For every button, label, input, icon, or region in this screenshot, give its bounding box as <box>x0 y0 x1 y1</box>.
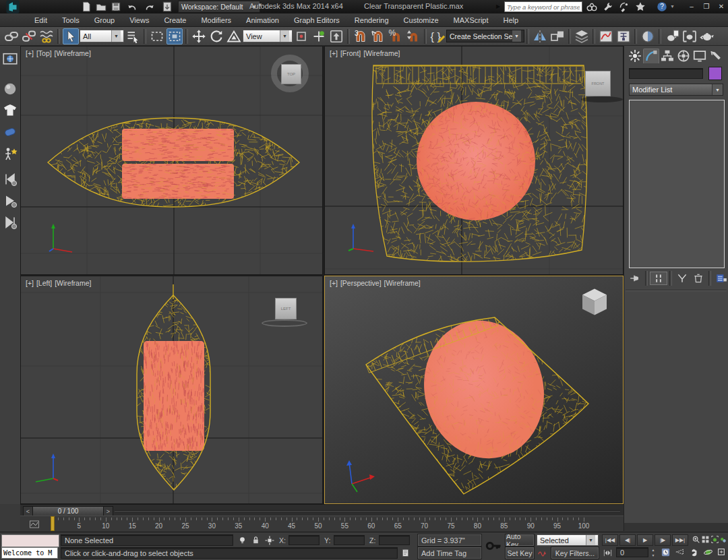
menu-item-maxscript[interactable]: MAXScript <box>446 16 496 24</box>
zoom-extents-all-icon[interactable] <box>719 535 727 544</box>
maxscript-mini-listener-white[interactable]: Welcome to M <box>1 547 58 559</box>
y-coordinate-field[interactable] <box>334 535 365 545</box>
viewport-menu-view[interactable]: [Top] <box>36 49 52 57</box>
viewport-menu-view[interactable]: [Perspective] <box>340 279 382 287</box>
viewport-menu-shading[interactable]: [Wireframe] <box>55 279 91 287</box>
select-object-icon[interactable] <box>63 28 79 44</box>
viewport-menu-plus[interactable]: [+] <box>26 49 34 57</box>
simulate-play-icon[interactable] <box>2 193 18 209</box>
auto-key-button[interactable]: Auto Key <box>506 534 534 546</box>
viewcube-front[interactable]: FRONT <box>585 71 611 96</box>
search-binoculars-icon[interactable] <box>585 1 599 13</box>
angle-snap-toggle-icon[interactable] <box>370 28 386 44</box>
zoom-icon[interactable] <box>692 535 700 544</box>
front-viewport-canvas[interactable] <box>325 46 624 275</box>
layer-manager-icon[interactable] <box>574 28 590 44</box>
open-file-icon[interactable] <box>94 1 108 13</box>
modifier-list-dropdown[interactable]: Modifier List ▼ <box>629 84 723 96</box>
viewport-left[interactable]: [+] [Left] [Wireframe] <box>20 276 323 504</box>
selection-lock-bulb-icon[interactable] <box>237 535 247 545</box>
search-input[interactable] <box>504 1 582 12</box>
app-logo-icon[interactable] <box>4 0 22 14</box>
percent-snap-toggle-icon[interactable]: % <box>388 28 404 44</box>
current-frame-marker[interactable] <box>51 516 55 531</box>
selection-filter-dropdown[interactable]: All ▼ <box>80 30 124 42</box>
help-flyout-icon[interactable]: ▼ <box>670 4 675 9</box>
rendered-frame-window-icon[interactable] <box>681 28 698 44</box>
z-coordinate-field[interactable] <box>379 535 410 545</box>
toolbar-overflow-icon[interactable]: ▶ <box>496 3 500 9</box>
object-color-swatch[interactable] <box>708 67 722 80</box>
object-name-field[interactable] <box>629 68 703 79</box>
tab-display-icon[interactable] <box>692 49 708 63</box>
viewport-front[interactable]: [+] [Front] [Wireframe] <box>324 46 624 275</box>
make-unique-icon[interactable] <box>674 272 690 284</box>
previous-frame-button[interactable]: ◀| <box>619 534 636 546</box>
inner-sphere-perspective[interactable] <box>410 308 559 471</box>
pan-hand-icon[interactable] <box>689 547 699 557</box>
menu-item-edit[interactable]: Edit <box>27 16 55 24</box>
menu-item-customize[interactable]: Customize <box>396 16 446 24</box>
track-bar[interactable]: 0510152025303540455055606570758085909510… <box>20 516 624 533</box>
current-frame-field[interactable] <box>616 547 648 557</box>
tab-hierarchy-icon[interactable] <box>659 49 675 63</box>
menu-item-group[interactable]: Group <box>87 16 123 24</box>
close-button[interactable]: ✕ <box>715 1 728 11</box>
spinner-snap-toggle-icon[interactable] <box>405 28 421 44</box>
menu-item-graph-editors[interactable]: Graph Editors <box>286 16 347 24</box>
time-tag-notepad-icon[interactable] <box>400 548 411 558</box>
viewport-menu-shading[interactable]: [Wireframe] <box>363 49 400 57</box>
help-icon[interactable]: ? <box>655 1 669 13</box>
time-slider-next-arrow[interactable]: > <box>103 506 113 516</box>
use-pivot-point-center-icon[interactable] <box>293 28 309 44</box>
tab-utilities-icon[interactable] <box>708 49 724 63</box>
zoom-all-icon[interactable] <box>701 535 710 544</box>
simulate-to-start-icon[interactable] <box>2 171 18 187</box>
next-frame-button[interactable]: |▶ <box>655 534 671 546</box>
mirror-icon[interactable] <box>532 28 548 44</box>
reference-coordinate-system-dropdown[interactable]: View ▼ <box>243 30 293 42</box>
select-and-link-icon[interactable] <box>3 28 20 44</box>
spinner-down-icon[interactable]: ▼ <box>650 553 657 558</box>
simulate-to-end-icon[interactable] <box>2 214 18 230</box>
key-mode-dropdown[interactable]: Selected ▼ <box>537 534 599 546</box>
align-icon[interactable] <box>549 28 566 44</box>
sphere-primitive-icon[interactable] <box>2 81 18 97</box>
field-of-view-icon[interactable] <box>675 547 685 557</box>
key-mode-toggle-icon[interactable] <box>602 548 613 558</box>
open-mini-curve-editor-icon[interactable] <box>28 519 40 530</box>
curve-editor-icon[interactable] <box>598 28 614 44</box>
menu-item-create[interactable]: Create <box>156 16 193 24</box>
keyboard-shortcut-override-icon[interactable] <box>328 28 344 44</box>
add-time-tag-button[interactable]: Add Time Tag <box>418 547 481 559</box>
viewport-menu-plus[interactable]: [+] <box>330 279 338 287</box>
maximize-viewport-toggle-icon[interactable] <box>717 547 726 557</box>
menu-item-help[interactable]: Help <box>496 16 526 24</box>
set-key-button[interactable]: Set Key <box>506 547 534 559</box>
time-slider-handle[interactable]: 0 / 100 <box>32 506 104 516</box>
menu-item-modifiers[interactable]: Modifiers <box>193 16 239 24</box>
bind-to-space-warp-icon[interactable] <box>38 28 55 44</box>
cloth-shirt-icon[interactable] <box>2 102 18 119</box>
key-filters-button[interactable]: Key Filters... <box>551 547 599 559</box>
save-file-icon[interactable] <box>109 1 123 13</box>
menu-item-rendering[interactable]: Rendering <box>347 16 396 24</box>
named-selection-sets-dropdown[interactable]: Create Selection Se ▼ <box>446 30 524 42</box>
render-setup-icon[interactable] <box>664 28 680 44</box>
time-slider-prev-arrow[interactable]: < <box>23 506 33 516</box>
workspace-selector[interactable]: Workspace: Default ▼ <box>178 1 260 13</box>
viewport-menu-plus[interactable]: [+] <box>330 49 338 57</box>
lock-selection-icon[interactable] <box>251 535 261 545</box>
unlink-selection-icon[interactable] <box>21 28 37 44</box>
select-and-scale-icon[interactable] <box>226 28 242 44</box>
new-file-icon[interactable] <box>80 1 93 13</box>
viewport-menu-view[interactable]: [Left] <box>36 279 52 287</box>
material-editor-icon[interactable] <box>640 28 656 44</box>
spinner-up-icon[interactable]: ▲ <box>650 547 657 553</box>
select-and-rotate-icon[interactable] <box>208 28 224 44</box>
select-and-manipulate-icon[interactable] <box>311 28 327 44</box>
restore-button[interactable]: ❐ <box>700 1 713 11</box>
viewcube-top[interactable]: TOP <box>281 64 301 84</box>
window-crossing-icon[interactable] <box>166 28 183 44</box>
configure-modifier-sets-icon[interactable] <box>713 272 728 284</box>
